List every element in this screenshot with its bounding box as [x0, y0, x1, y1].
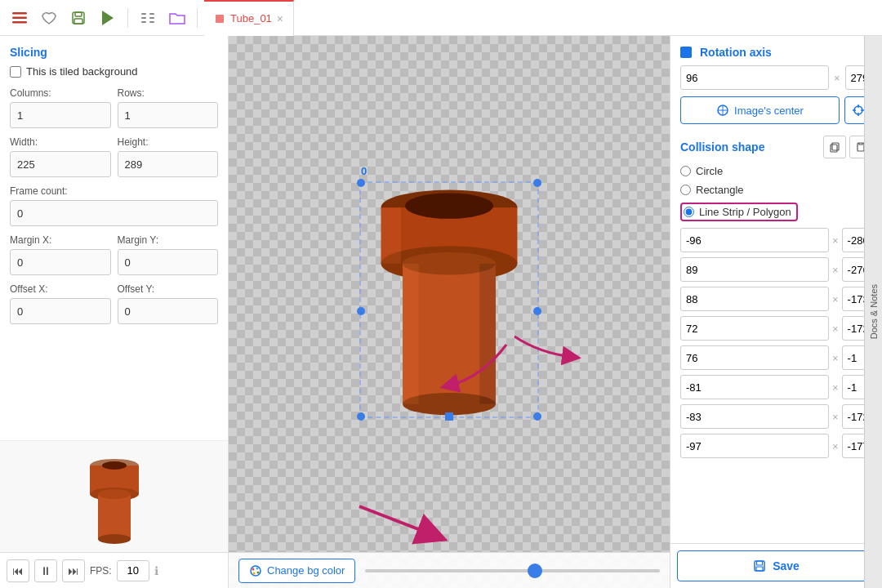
play-icon[interactable]	[95, 5, 121, 31]
timeline-slider-thumb[interactable]	[528, 564, 542, 578]
svg-point-32	[252, 568, 255, 570]
offset-y-group: Offset Y:	[118, 283, 219, 324]
rectangle-label: Rectangle	[696, 184, 744, 196]
heart-icon[interactable]	[36, 5, 62, 31]
fps-label: FPS:	[90, 565, 112, 577]
width-label: Width:	[10, 136, 111, 148]
timeline-slider-track[interactable]	[365, 569, 660, 572]
line-strip-label: Line Strip / Polygon	[699, 206, 791, 218]
docs-notes-tab[interactable]: Docs & Notes	[864, 36, 882, 588]
svg-rect-30	[381, 207, 402, 264]
folder-icon[interactable]	[164, 5, 190, 31]
coord-cross-2: ×	[832, 293, 839, 305]
svg-marker-6	[102, 11, 114, 25]
tab-close-icon[interactable]: ×	[277, 12, 283, 25]
tab-bar: Tube_01 ×	[204, 0, 294, 36]
left-panel: Slicing This is tiled background Columns…	[0, 36, 229, 588]
frame-count-field: Frame count:	[10, 185, 218, 226]
handle-top-right[interactable]	[533, 179, 541, 187]
tab-tube01[interactable]: Tube_01 ×	[204, 0, 294, 36]
rectangle-radio-row: Rectangle	[680, 184, 872, 196]
frame-label: 0	[361, 165, 367, 177]
docs-notes-label: Docs & Notes	[869, 284, 879, 339]
tiled-bg-checkbox[interactable]	[10, 66, 21, 78]
next-frame-button[interactable]: ⏭	[62, 559, 85, 582]
images-center-label: Image's center	[734, 105, 804, 117]
coord-cross-6: ×	[832, 411, 839, 423]
coord-x-input-3[interactable]	[680, 316, 829, 341]
copy-shape-button[interactable]	[823, 136, 846, 158]
anchor-point[interactable]	[445, 412, 453, 421]
rows-group: Rows:	[118, 87, 219, 128]
center-icon	[716, 104, 729, 117]
settings-icon[interactable]	[135, 5, 161, 31]
rows-input[interactable]	[118, 102, 219, 128]
svg-point-34	[257, 571, 260, 573]
height-input[interactable]	[118, 151, 219, 177]
right-panel: Rotation axis ℹ × Image's center	[670, 36, 882, 588]
toolbar: Tube_01 ×	[0, 0, 882, 36]
svg-rect-2	[12, 21, 27, 24]
toolbar-separator-2	[197, 8, 198, 28]
width-input[interactable]	[10, 151, 111, 177]
frame-count-input[interactable]	[10, 200, 218, 226]
coord-row-7: × −	[680, 434, 872, 458]
prev-frame-button[interactable]: ⏮	[7, 559, 29, 582]
handle-bottom-right[interactable]	[533, 412, 541, 421]
coord-x-input-7[interactable]	[680, 434, 829, 458]
rotation-btn-row: Image's center	[680, 96, 872, 124]
offset-x-input[interactable]	[10, 298, 111, 324]
svg-rect-7	[141, 13, 146, 15]
svg-point-18	[98, 489, 131, 499]
svg-rect-29	[479, 264, 496, 404]
coord-x-input-2[interactable]	[680, 287, 829, 311]
margin-x-input[interactable]	[10, 249, 111, 275]
left-panel-content: Slicing This is tiled background Columns…	[0, 36, 228, 440]
coord-x-input-6[interactable]	[680, 404, 829, 429]
canvas-area[interactable]: 0	[229, 36, 670, 588]
fps-input[interactable]	[117, 560, 149, 581]
change-bg-button[interactable]: Change bg color	[238, 559, 355, 583]
margin-x-label: Margin X:	[10, 234, 111, 246]
coord-x-input-4[interactable]	[680, 345, 829, 370]
tiled-bg-label: This is tiled background	[26, 65, 138, 78]
coord-x-input-5[interactable]	[680, 375, 829, 399]
margin-y-label: Margin Y:	[118, 234, 219, 246]
svg-rect-11	[141, 21, 146, 23]
coord-row-4: × −	[680, 345, 872, 370]
menu-icon[interactable]	[7, 5, 33, 31]
coord-x-input-0[interactable]	[680, 228, 829, 252]
save-button[interactable]: Save	[677, 550, 875, 581]
save-icon[interactable]	[65, 5, 91, 31]
width-group: Width:	[10, 136, 111, 177]
margin-y-input[interactable]	[118, 249, 219, 275]
copy-icon	[829, 141, 840, 153]
rotation-coords-row: ×	[680, 65, 872, 90]
svg-rect-44	[831, 145, 837, 152]
svg-rect-13	[216, 15, 224, 23]
thumbnail-sprite	[74, 448, 155, 546]
rectangle-radio[interactable]	[680, 185, 691, 195]
coord-x-input-1[interactable]	[680, 257, 829, 282]
timeline-slider-area	[365, 569, 660, 572]
info-icon[interactable]: ℹ	[154, 564, 158, 577]
sprite-frame[interactable]: 0	[359, 181, 539, 418]
save-icon-btn	[753, 559, 766, 572]
save-label: Save	[773, 559, 800, 572]
save-bar: Save	[670, 543, 882, 588]
margin-y-group: Margin Y:	[118, 234, 219, 275]
handle-bottom-left[interactable]	[357, 412, 365, 421]
circle-radio[interactable]	[680, 166, 691, 176]
svg-point-20	[102, 461, 127, 470]
images-center-button[interactable]: Image's center	[680, 96, 840, 124]
svg-point-19	[98, 534, 131, 544]
coord-row-1: × −	[680, 257, 872, 282]
tube-sprite-main	[361, 183, 537, 416]
offset-y-input[interactable]	[118, 298, 219, 324]
rotation-x-input[interactable]	[680, 65, 829, 90]
rotation-axis-title: Rotation axis	[700, 46, 863, 59]
pause-button[interactable]: ⏸	[34, 559, 57, 582]
handle-top-left[interactable]	[357, 179, 365, 187]
line-strip-radio[interactable]	[684, 207, 694, 217]
columns-input[interactable]	[10, 102, 111, 128]
